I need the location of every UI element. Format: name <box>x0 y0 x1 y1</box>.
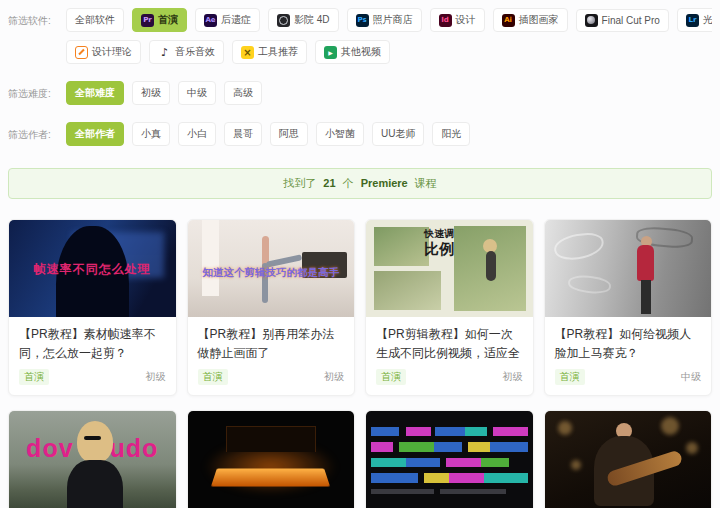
course-thumbnail-6 <box>188 411 355 508</box>
studio-column-shape <box>202 220 219 296</box>
graffiti-scribble-shape-3 <box>567 274 612 296</box>
card-footer: 首演 初级 <box>188 363 355 395</box>
chip-author-xiaozhijun[interactable]: 小智菌 <box>316 122 364 146</box>
course-card-2[interactable]: 知道这个剪辑技巧的都是高手 【PR教程】别再用笨办法做静止画面了 首演 初级 <box>187 219 356 396</box>
card-footer: 首演 中级 <box>545 363 712 395</box>
bokeh-light-shape-1 <box>558 421 572 435</box>
chip-design-theory[interactable]: 设计理论 <box>66 40 141 64</box>
tools-icon <box>241 46 254 59</box>
difficulty-chip-line: 全部难度 初级 中级 高级 <box>66 81 712 105</box>
laptop-screen-shape <box>226 426 316 452</box>
photo-crop-shape-1 <box>374 227 429 266</box>
premiere-icon: Pr <box>141 14 154 27</box>
woman-hair-shape <box>77 421 113 463</box>
course-card-1[interactable]: 帧速率不同怎么处理 【PR教程】素材帧速率不同，怎么放一起剪？ 首演 初级 <box>8 219 177 396</box>
course-card-3[interactable]: 快速调比例 【PR剪辑教程】如何一次生成不同比例视频，适应全平台！ 首演 初级 <box>365 219 534 396</box>
author-chip-line: 全部作者 小真 小白 晨哥 阿思 小智菌 UU老师 阳光 <box>66 122 712 146</box>
chip-difficulty-beginner[interactable]: 初级 <box>132 81 170 105</box>
design-theory-icon <box>75 46 88 59</box>
sunglasses-shape <box>84 436 101 440</box>
difficulty-chip-lines: 全部难度 初级 中级 高级 <box>66 81 712 113</box>
course-thumbnail-3: 快速调比例 <box>366 220 533 317</box>
thumbnail-overlay-text: 帧速率不同怎么处理 <box>9 261 176 278</box>
chip-difficulty-intermediate[interactable]: 中级 <box>178 81 216 105</box>
chip-indesign[interactable]: Id设计 <box>430 8 485 32</box>
overlay-text-line1: 快速调 <box>423 228 456 241</box>
overlay-text-line2: 比例 <box>423 240 456 259</box>
thumbnail-overlay-text: 快速调比例 <box>423 228 456 259</box>
timeline-track-shape-5 <box>371 489 528 495</box>
chip-lightroom[interactable]: Lr光室 <box>677 8 712 32</box>
level-label: 初级 <box>146 370 166 384</box>
chip-tool-recommend[interactable]: 工具推荐 <box>232 40 307 64</box>
software-badge: 首演 <box>376 369 406 385</box>
course-card-5[interactable]: dovudo 【PR教程】用Premiere制作标题字被人物遮挡的效果 首演 初… <box>8 410 177 508</box>
chip-other-video[interactable]: 其他视频 <box>315 40 390 64</box>
filter-row-author: 筛选作者: 全部作者 小真 小白 晨哥 阿思 小智菌 UU老师 阳光 <box>8 122 712 154</box>
photo-crop-shape-2 <box>374 271 441 310</box>
chip-illustrator[interactable]: Ai插图画家 <box>493 8 568 32</box>
software-chip-lines: 全部软件 Pr首演 Ae后遗症 影院 4D Ps照片商店 Id设计 Ai插图画家… <box>66 8 712 72</box>
course-card-4[interactable]: 【PR教程】如何给视频人脸加上马赛克？ 首演 中级 <box>544 219 713 396</box>
filter-software-label: 筛选软件: <box>8 8 66 28</box>
figure-body-shape <box>486 251 496 281</box>
banner-unit: 个 <box>343 177 354 189</box>
cinema4d-icon <box>277 14 290 27</box>
chip-all-difficulty[interactable]: 全部难度 <box>66 81 124 105</box>
bokeh-light-shape-4 <box>571 460 581 470</box>
indesign-icon: Id <box>439 14 452 27</box>
graffiti-scribble-shape-1 <box>553 230 606 262</box>
card-footer: 首演 初级 <box>366 363 533 395</box>
chip-author-asi[interactable]: 阿思 <box>270 122 308 146</box>
course-title: 【PR剪辑教程】如何一次生成不同比例视频，适应全平台！ <box>366 317 533 363</box>
course-card-8[interactable]: 【PR教程】Premiere 制作炫酷的闪动视频转场效果 首演 初级 <box>544 410 713 508</box>
chip-all-authors[interactable]: 全部作者 <box>66 122 124 146</box>
card-footer: 首演 初级 <box>9 363 176 395</box>
timeline-track-shape-1 <box>371 427 528 437</box>
laptop-keyboard-shape <box>211 469 331 487</box>
software-chip-line-1: 全部软件 Pr首演 Ae后遗症 影院 4D Ps照片商店 Id设计 Ai插图画家… <box>66 8 712 32</box>
course-card-grid: 帧速率不同怎么处理 【PR教程】素材帧速率不同，怎么放一起剪？ 首演 初级 知道… <box>8 219 712 508</box>
music-note-icon <box>158 46 171 59</box>
timeline-track-shape-3 <box>371 458 528 468</box>
chip-final-cut-pro[interactable]: Final Cut Pro <box>576 9 669 32</box>
software-badge: 首演 <box>555 369 585 385</box>
after-effects-icon: Ae <box>204 14 217 27</box>
chip-music-sfx[interactable]: 音乐音效 <box>149 40 224 64</box>
course-thumbnail-4 <box>545 220 712 317</box>
author-chip-lines: 全部作者 小真 小白 晨哥 阿思 小智菌 UU老师 阳光 <box>66 122 712 154</box>
overlay-text-right: udo <box>110 434 159 463</box>
chip-author-xiaobai[interactable]: 小白 <box>178 122 216 146</box>
timeline-track-shape-4 <box>371 473 528 483</box>
banner-suffix: 课程 <box>415 177 437 189</box>
filter-difficulty-label: 筛选难度: <box>8 81 66 101</box>
thumbnail-overlay-text: 知道这个剪辑技巧的都是高手 <box>188 266 355 280</box>
bokeh-light-shape-2 <box>661 417 679 435</box>
software-badge: 首演 <box>19 369 49 385</box>
course-thumbnail-2: 知道这个剪辑技巧的都是高手 <box>188 220 355 317</box>
course-title: 【PR教程】如何给视频人脸加上马赛克？ <box>545 317 712 363</box>
course-title: 【PR教程】素材帧速率不同，怎么放一起剪？ <box>9 317 176 363</box>
course-thumbnail-5: dovudo <box>9 411 176 508</box>
level-label: 中级 <box>681 370 701 384</box>
chip-author-uu-teacher[interactable]: UU老师 <box>372 122 424 146</box>
filter-row-software: 筛选软件: 全部软件 Pr首演 Ae后遗症 影院 4D Ps照片商店 Id设计 … <box>8 8 712 72</box>
chip-cinema4d[interactable]: 影院 4D <box>268 8 339 32</box>
filter-author-label: 筛选作者: <box>8 122 66 142</box>
bokeh-light-shape-3 <box>686 442 698 454</box>
course-card-7[interactable]: 【PR教程】使用素材代理功能，让剪辑不再卡 首演 初级 <box>365 410 534 508</box>
chip-all-software[interactable]: 全部软件 <box>66 8 124 32</box>
level-label: 初级 <box>503 370 523 384</box>
course-card-6[interactable]: 【PR教程】你不知道的那些 Pr 高效剪辑小秘密 首演 初级 <box>187 410 356 508</box>
chip-after-effects[interactable]: Ae后遗症 <box>195 8 260 32</box>
course-thumbnail-8 <box>545 411 712 508</box>
chip-author-xiaozhen[interactable]: 小真 <box>132 122 170 146</box>
chip-premiere[interactable]: Pr首演 <box>132 8 187 32</box>
play-video-icon <box>324 46 337 59</box>
chip-difficulty-advanced[interactable]: 高级 <box>224 81 262 105</box>
timeline-track-shape-2 <box>371 442 528 452</box>
course-thumbnail-7 <box>366 411 533 508</box>
chip-author-chenge[interactable]: 晨哥 <box>224 122 262 146</box>
chip-author-yangguang[interactable]: 阳光 <box>432 122 470 146</box>
chip-photoshop[interactable]: Ps照片商店 <box>347 8 422 32</box>
